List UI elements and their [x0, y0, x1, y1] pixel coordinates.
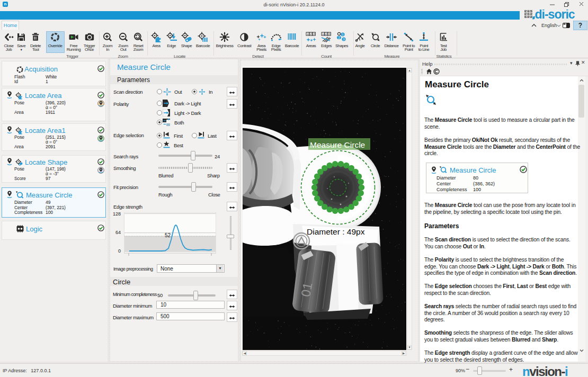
svg-text:01: 01 — [298, 281, 315, 298]
svg-text:2: 2 — [338, 36, 340, 39]
svg-text:Measure Circle: Measure Circle — [310, 140, 365, 149]
svg-text:3: 3 — [343, 38, 344, 41]
svg-text:English: English — [541, 23, 557, 28]
svg-text:1: 1 — [342, 33, 343, 36]
svg-text:di-soric: di-soric — [535, 10, 575, 20]
svg-text:1: 1 — [322, 32, 324, 35]
svg-text:Diameter : 49px: Diameter : 49px — [307, 227, 365, 236]
svg-text:1: 1 — [307, 32, 308, 35]
svg-text:2: 2 — [325, 32, 327, 35]
svg-text:52: 52 — [165, 232, 171, 238]
svg-text:2: 2 — [310, 32, 311, 35]
